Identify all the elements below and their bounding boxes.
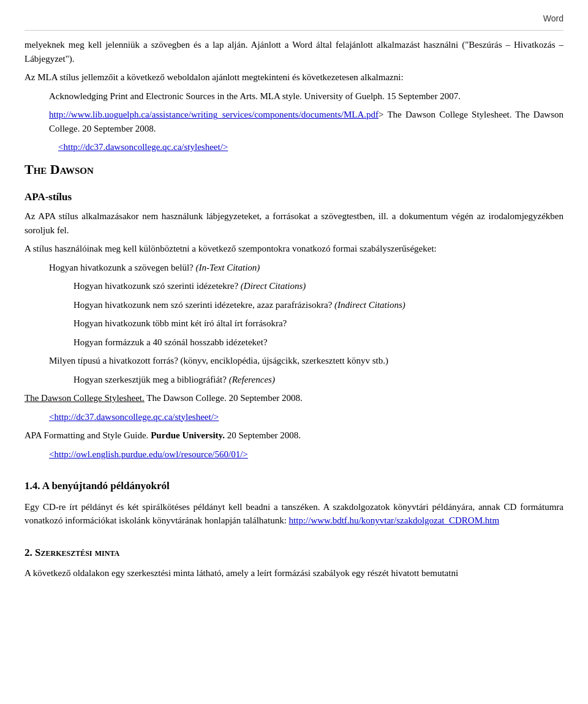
bullet-item-5: Hogyan formázzuk a 40 szónál hosszabb id… bbox=[74, 335, 564, 350]
bullet-item-1: Hogyan hivatkozunk a szövegen belül? (In… bbox=[49, 261, 564, 275]
apa-paragraph-1: Az APA stílus alkalmazásakor nem használ… bbox=[24, 209, 564, 237]
section-14-heading: 1.4. A benyújtandó példányokról bbox=[24, 478, 564, 494]
bullet-item-4: Hogyan hivatkozunk több mint két író ált… bbox=[74, 316, 564, 331]
page-container: Word melyeknek meg kell jelenniük a szöv… bbox=[0, 0, 588, 704]
section-2-paragraph: A következő oldalakon egy szerkesztési m… bbox=[24, 566, 564, 580]
mla-ref-line2: http://www.lib.uoguelph.ca/assistance/wr… bbox=[49, 108, 564, 135]
section-2: 2. Szerkesztési minta A következő oldala… bbox=[24, 545, 564, 580]
bullet-item-2: Hogyan hivatkozunk szó szerinti idézetek… bbox=[74, 279, 564, 293]
cdrom-link[interactable]: http://www.bdtf.hu/konyvtar/szakdolgozat… bbox=[289, 515, 500, 525]
mla-reference-block: Acknowledging Print and Electronic Sourc… bbox=[49, 89, 564, 154]
section-14: 1.4. A benyújtandó példányokról Egy CD-r… bbox=[24, 478, 564, 528]
section-14-paragraph: Egy CD-re írt példányt és két spirálköté… bbox=[24, 500, 564, 528]
apa-section: APA-stílus Az APA stílus alkalmazásakor … bbox=[24, 189, 564, 462]
paragraph-2: Az MLA stílus jellemzőit a következő web… bbox=[24, 70, 564, 84]
bullet-item-7: Hogyan szerkesztjük meg a bibliográfiát?… bbox=[74, 373, 564, 387]
apa-ref-1-line1: The Dawson College Stylesheet. The Dawso… bbox=[24, 391, 564, 405]
purdue-url[interactable]: <http://owl.english.purdue.edu/owl/resou… bbox=[49, 449, 248, 459]
section-2-heading: 2. Szerkesztési minta bbox=[24, 545, 564, 561]
dawson-url-2[interactable]: <http://dc37.dawsoncollege.qc.ca/stylesh… bbox=[49, 412, 219, 422]
bullet-item-6: Milyen típusú a hivatkozott forrás? (kön… bbox=[49, 354, 564, 368]
bullet-item-3: Hogyan hivatkozunk nem szó szerinti idéz… bbox=[74, 298, 564, 312]
paragraph-1: melyeknek meg kell jelenniük a szövegben… bbox=[24, 38, 564, 66]
mla-ref-line1: Acknowledging Print and Electronic Sourc… bbox=[49, 89, 564, 103]
apa-ref-1-url: <http://dc37.dawsoncollege.qc.ca/stylesh… bbox=[49, 410, 564, 424]
dawson-heading: The Dawson bbox=[24, 159, 564, 179]
mla-ref-link[interactable]: http://www.lib.uoguelph.ca/assistance/wr… bbox=[49, 110, 379, 119]
apa-ref-2-url: <http://owl.english.purdue.edu/owl/resou… bbox=[49, 447, 564, 462]
apa-heading: APA-stílus bbox=[24, 189, 564, 205]
word-label: Word bbox=[543, 12, 564, 25]
dawson-url-1[interactable]: <http://dc37.dawsoncollege.qc.ca/stylesh… bbox=[58, 142, 228, 152]
apa-ref-2-line1: APA Formatting and Style Guide. Purdue U… bbox=[24, 429, 564, 443]
top-bar: Word bbox=[24, 12, 564, 31]
apa-paragraph-2: A stílus használóinak meg kell különbözt… bbox=[24, 242, 564, 256]
mla-ref-url: <http://dc37.dawsoncollege.qc.ca/stylesh… bbox=[49, 140, 564, 154]
